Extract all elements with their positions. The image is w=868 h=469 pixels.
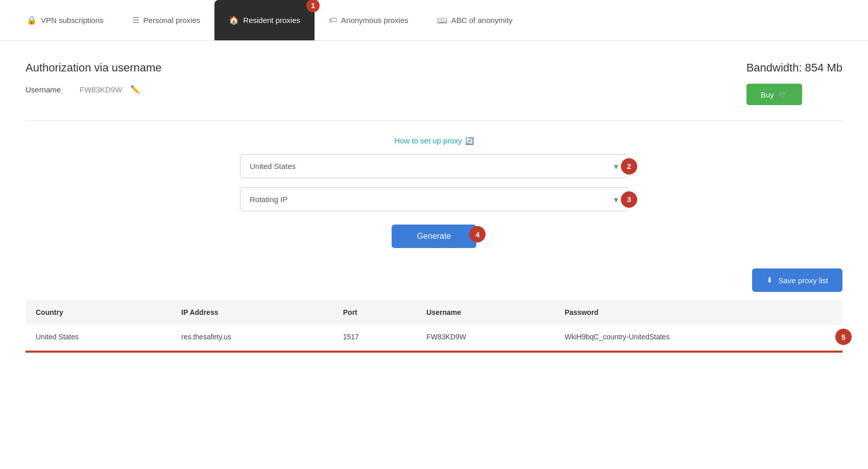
book-icon: 📖 [437,15,447,25]
cell-ip: res.thesafety.us [171,325,333,350]
generate-wrapper: Generate 4 [392,220,477,248]
download-icon: ⬇ [766,276,773,285]
nav-abc[interactable]: 📖 ABC of anonymity [423,0,527,40]
col-country: Country [26,300,171,325]
main-content: Authorization via username Username FW83… [0,41,868,373]
col-ip: IP Address [171,300,333,325]
nav-resident-label: Resident proxies [243,16,300,24]
table-row: United States res.thesafety.us 1517 FW83… [26,325,842,350]
step2-badge: 2 [621,158,637,175]
proxy-setup: How to set up proxy 🔄 United States Unit… [240,136,628,248]
red-bar [26,351,842,353]
username-row: Username FW83KD9W ✏️ [26,85,162,94]
how-to-label: How to set up proxy [394,136,462,145]
nav-vpn[interactable]: 🔒 VPN subscriptions [12,0,118,40]
nav-abc-label: ABC of anonymity [451,16,513,24]
save-btn-row: ⬇ Save proxy list [26,268,842,292]
how-to-link[interactable]: How to set up proxy 🔄 [394,136,474,145]
step3-badge: 3 [621,191,637,208]
col-username: Username [416,300,554,325]
lock-icon: 🔒 [27,15,37,25]
nav-vpn-label: VPN subscriptions [41,16,104,24]
nav-anonymous[interactable]: 🏷 Anonymous proxies [315,0,423,40]
top-row: Authorization via username Username FW83… [26,61,842,105]
buy-button[interactable]: Buy 🛒 [746,84,802,105]
table-header: Country IP Address Port Username Passwor… [26,300,842,325]
navigation: 🔒 VPN subscriptions ☰ Personal proxies 🏠… [0,0,868,41]
generate-label: Generate [417,232,451,240]
ip-type-select[interactable]: Rotating IP Static IP [240,187,628,211]
bandwidth-section: Bandwidth: 854 Mb Buy 🛒 [746,61,842,105]
country-select-wrapper: United States United Kingdom Germany Fra… [240,154,628,178]
nav-anonymous-label: Anonymous proxies [341,16,408,24]
cell-password: WkiH9bqC_country-UnitedStates 5 [554,325,842,350]
tag-icon: 🏷 [329,16,337,25]
ip-type-select-wrapper: Rotating IP Static IP ▼ 3 [240,187,628,211]
list-icon: ☰ [132,15,139,25]
table-section: ⬇ Save proxy list Country IP Address Por… [26,268,842,353]
nav-resident[interactable]: 🏠 Resident proxies 1 [214,0,315,40]
save-proxy-list-button[interactable]: ⬇ Save proxy list [752,268,842,292]
country-select[interactable]: United States United Kingdom Germany Fra… [240,154,628,178]
username-label: Username [26,85,71,94]
proxy-table: Country IP Address Port Username Passwor… [26,300,842,350]
step5-badge: 5 [835,329,852,345]
cell-username: FW83KD9W [416,325,554,350]
cell-country: United States [26,325,171,350]
refresh-icon: 🔄 [465,137,474,145]
table-body: United States res.thesafety.us 1517 FW83… [26,325,842,350]
col-password: Password [554,300,842,325]
step4-badge: 4 [469,226,486,242]
home-icon: 🏠 [229,15,239,25]
cell-port: 1517 [333,325,417,350]
nav-personal[interactable]: ☰ Personal proxies [118,0,215,40]
nav-personal-label: Personal proxies [143,16,201,24]
auth-title: Authorization via username [26,61,162,75]
bandwidth-title: Bandwidth: 854 Mb [746,61,842,75]
username-value: FW83KD9W [80,85,122,94]
divider [26,120,842,121]
cart-icon: 🛒 [778,90,788,99]
generate-button[interactable]: Generate [392,225,477,248]
auth-section: Authorization via username Username FW83… [26,61,162,94]
col-port: Port [333,300,417,325]
save-label: Save proxy list [778,276,828,285]
buy-label: Buy [761,90,774,99]
edit-icon[interactable]: ✏️ [130,85,140,94]
